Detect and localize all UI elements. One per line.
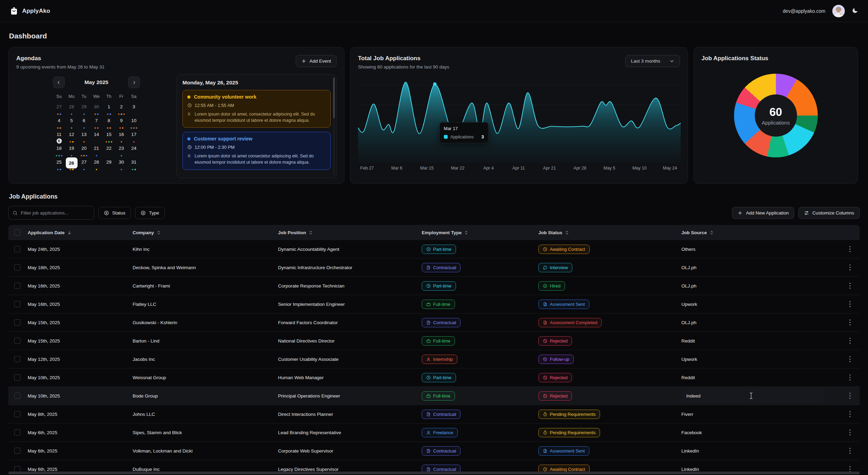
row-menu-button[interactable] <box>846 355 854 363</box>
calendar-day[interactable]: 1 <box>103 102 115 116</box>
calendar-next-button[interactable] <box>128 76 140 88</box>
calendar-day[interactable]: 30 <box>90 102 103 116</box>
calendar-day[interactable]: 26 <box>65 157 78 171</box>
row-menu-button[interactable] <box>846 318 854 327</box>
events-scrollbar[interactable] <box>333 77 335 176</box>
calendar-day[interactable]: 12 <box>65 130 78 144</box>
row-checkbox[interactable] <box>14 393 20 399</box>
select-all-checkbox[interactable] <box>14 229 20 236</box>
calendar-day[interactable]: 2 <box>115 102 128 116</box>
calendar-prev-button[interactable] <box>53 76 65 88</box>
calendar-day[interactable]: 18 <box>53 144 65 157</box>
table-row[interactable]: May 8th, 2025Johns LLCDirect Interaction… <box>8 405 860 423</box>
column-header-job-source[interactable]: Job Source <box>681 230 840 235</box>
avatar[interactable] <box>832 5 845 17</box>
row-menu-button[interactable] <box>846 337 854 345</box>
calendar-day[interactable]: 13 <box>78 130 90 144</box>
calendar-day[interactable]: 24 <box>128 144 140 157</box>
row-checkbox[interactable] <box>14 283 20 289</box>
calendar-day[interactable]: 22 <box>103 144 115 157</box>
horizontal-scrollbar[interactable] <box>8 472 860 474</box>
row-menu-button[interactable] <box>846 282 854 290</box>
row-menu-button[interactable] <box>846 300 854 308</box>
table-row[interactable]: May 10th, 2025Bode GroupPrincipal Operat… <box>8 387 860 405</box>
row-checkbox[interactable] <box>14 246 20 252</box>
calendar-day[interactable]: 21 <box>90 144 103 157</box>
row-menu-button[interactable] <box>846 245 854 253</box>
row-menu-button[interactable] <box>846 373 854 382</box>
calendar-day[interactable]: 28 <box>90 157 103 171</box>
row-checkbox[interactable] <box>14 411 20 417</box>
table-row[interactable]: May 16th, 2025Flatley LLCSenior Implemen… <box>8 295 860 313</box>
table-row[interactable]: May 24th, 2025Kihn IncDynamic Accountabi… <box>8 240 860 258</box>
table-row[interactable]: May 16th, 2025Cartwright - FramiCorporat… <box>8 277 860 295</box>
column-header-job-status[interactable]: Job Status <box>538 230 681 235</box>
table-row[interactable]: May 10th, 2025Weissnat GroupHuman Web Ma… <box>8 368 860 387</box>
event-card[interactable]: Customer support review12:00 PM - 2:30 P… <box>182 132 331 170</box>
calendar-day[interactable]: 3 <box>128 102 140 116</box>
calendar-day[interactable]: 29 <box>103 157 115 171</box>
type-filter-button[interactable]: Type <box>135 207 164 219</box>
row-menu-button[interactable] <box>846 410 854 418</box>
theme-toggle-button[interactable] <box>852 7 858 15</box>
row-checkbox[interactable] <box>14 448 20 454</box>
calendar-day[interactable]: 27 <box>53 102 65 116</box>
row-checkbox[interactable] <box>14 319 20 326</box>
event-time: 12:55 AM - 1:55 AM <box>187 103 326 108</box>
row-checkbox[interactable] <box>14 429 20 436</box>
calendar-day[interactable]: 28 <box>65 102 78 116</box>
calendar-day[interactable]: 27 <box>78 157 90 171</box>
row-checkbox[interactable] <box>14 301 20 307</box>
calendar-day[interactable]: 6 <box>78 116 90 130</box>
add-new-application-button[interactable]: Add New Application <box>732 207 794 219</box>
column-header-company[interactable]: Company <box>133 230 278 235</box>
row-checkbox[interactable] <box>14 374 20 381</box>
range-selector[interactable]: Last 3 months <box>625 55 680 67</box>
column-header-job-position[interactable]: Job Position <box>278 230 422 235</box>
calendar-day[interactable]: 4 <box>53 116 65 130</box>
event-card[interactable]: Community volunteer work12:55 AM - 1:55 … <box>182 90 331 128</box>
table-row[interactable]: May 6th, 2025Volkman, Lockman and DickiC… <box>8 442 860 460</box>
calendar-weekday: Fr <box>115 92 128 102</box>
calendar-day[interactable]: 116 <box>53 130 65 144</box>
column-header-employment-type[interactable]: Employment Type <box>422 230 538 235</box>
calendar-day[interactable]: 17 <box>128 130 140 144</box>
calendar-day[interactable]: 20 <box>78 144 90 157</box>
filter-input[interactable] <box>21 210 90 216</box>
table-row[interactable]: May 15th, 2025Barton - LindNational Dire… <box>8 332 860 350</box>
job-source-editor[interactable]: Indeed <box>681 389 824 403</box>
row-menu-button[interactable] <box>846 428 854 437</box>
status-filter-button[interactable]: Status <box>98 207 131 219</box>
row-menu-button[interactable] <box>846 263 854 272</box>
calendar-day[interactable]: 14 <box>90 130 103 144</box>
calendar-day[interactable]: 16 <box>115 130 128 144</box>
row-menu-button[interactable] <box>846 392 854 400</box>
calendar-day[interactable]: 31 <box>128 157 140 171</box>
calendar-day[interactable]: 9 <box>115 116 128 130</box>
calendar-day[interactable]: 25 <box>53 157 65 171</box>
calendar-day[interactable]: 5 <box>65 116 78 130</box>
calendar-day[interactable]: 8 <box>103 116 115 130</box>
event-dot <box>56 155 57 157</box>
calendar-day[interactable]: 7 <box>90 116 103 130</box>
row-checkbox[interactable] <box>14 338 20 344</box>
table-row[interactable]: May 12th, 2025Jacobs IncCustomer Usabili… <box>8 350 860 368</box>
calendar-day[interactable]: 30 <box>115 157 128 171</box>
calendar-day[interactable]: 23 <box>115 144 128 157</box>
row-menu-button[interactable] <box>846 447 854 455</box>
table-row[interactable]: May 6th, 2025Sipes, Stamm and BlickLead … <box>8 423 860 442</box>
employment-type-cell: Full-time <box>422 300 538 309</box>
calendar-day[interactable]: 29 <box>78 102 90 116</box>
plus-icon <box>737 210 743 216</box>
column-header-application-date[interactable]: Application Date <box>28 230 133 235</box>
calendar-day[interactable]: 10 <box>128 116 140 130</box>
calendar-day[interactable]: 15 <box>103 130 115 144</box>
calendar-day[interactable]: 19 <box>65 144 78 157</box>
row-checkbox[interactable] <box>14 264 20 271</box>
customize-columns-button[interactable]: Customize Columns <box>798 207 860 219</box>
row-checkbox[interactable] <box>14 356 20 362</box>
employment-type-badge-label: Internship <box>433 357 453 362</box>
add-event-button[interactable]: Add Event <box>296 55 337 67</box>
table-row[interactable]: May 18th, 2025Deckow, Spinka and Weimann… <box>8 258 860 277</box>
table-row[interactable]: May 15th, 2025Gusikowski - KshlerinForwa… <box>8 313 860 332</box>
